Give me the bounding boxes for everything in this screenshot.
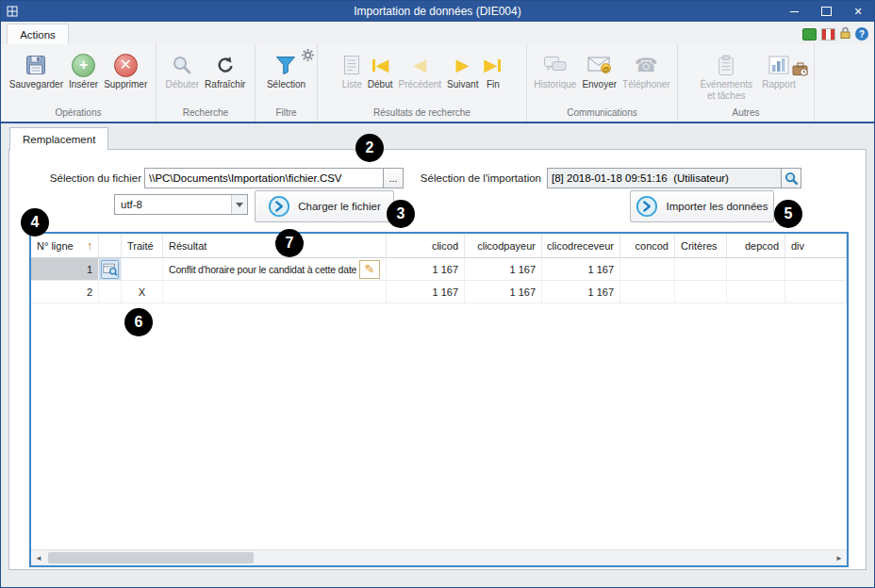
cell-criteres[interactable] bbox=[675, 281, 727, 302]
cell-concod[interactable] bbox=[620, 258, 675, 280]
column-header-clicod[interactable]: clicod bbox=[387, 234, 465, 257]
scrollbar-thumb[interactable] bbox=[48, 552, 254, 564]
app-icon bbox=[7, 6, 18, 17]
cell-depcod[interactable] bbox=[727, 281, 785, 302]
cell-depcod[interactable] bbox=[727, 258, 785, 280]
grid-header-row: N° ligne ↑ Traité Résultat clicod clicod… bbox=[31, 234, 847, 258]
svg-text:@: @ bbox=[602, 65, 609, 74]
minimize-button[interactable] bbox=[778, 1, 810, 22]
column-header-label: clicod bbox=[432, 240, 458, 252]
cell-concod[interactable] bbox=[620, 281, 675, 302]
insert-label: Insérer bbox=[69, 79, 98, 90]
next-record-button[interactable]: ▶ Suivant bbox=[444, 49, 481, 92]
column-header-clicodpayeur[interactable]: clicodpayeur bbox=[465, 234, 542, 257]
result-text: Conflit d'horaire pour le candidat à cet… bbox=[169, 264, 356, 275]
import-selection-input[interactable] bbox=[547, 168, 783, 188]
send-button[interactable]: @ Envoyer bbox=[579, 49, 619, 92]
save-button[interactable]: Sauvegarder bbox=[7, 49, 66, 92]
sort-asc-icon: ↑ bbox=[87, 239, 92, 253]
cell-resultat[interactable] bbox=[163, 281, 387, 302]
list-button[interactable]: Liste bbox=[339, 49, 365, 92]
search-icon bbox=[172, 51, 192, 79]
column-header-criteres[interactable]: Critères bbox=[675, 234, 727, 257]
tab-actions[interactable]: Actions bbox=[7, 24, 69, 44]
phone-label: Téléphoner bbox=[622, 79, 670, 90]
import-search-button[interactable] bbox=[781, 168, 801, 188]
table-row[interactable]: 1 Conflit d'horaire pour le candidat à c… bbox=[31, 258, 847, 281]
report-label: Rapport bbox=[762, 79, 796, 90]
cell-clicodreceveur[interactable]: 1 167 bbox=[542, 258, 620, 280]
horizontal-scrollbar[interactable]: ◄ ► bbox=[31, 549, 847, 565]
cell-criteres[interactable] bbox=[675, 258, 727, 280]
first-record-button[interactable]: ◀ Début bbox=[365, 49, 396, 92]
cell-clicod[interactable]: 1 167 bbox=[387, 258, 465, 280]
ribbon-group-communications: Historique @ Envoyer ☎ Téléphoner Commun… bbox=[527, 44, 678, 122]
cell-div[interactable] bbox=[785, 281, 847, 302]
cell-clicodpayeur[interactable]: 1 167 bbox=[465, 281, 542, 302]
column-header-label: clicodpayeur bbox=[477, 240, 536, 252]
ribbon-group-label: Opérations bbox=[1, 106, 156, 122]
cell-clicodpayeur[interactable]: 1 167 bbox=[465, 258, 542, 280]
help-icon[interactable]: ? bbox=[855, 27, 868, 41]
tabrow-status-icons: ? bbox=[802, 25, 868, 42]
cell-traite[interactable] bbox=[122, 258, 163, 280]
cell-ligne[interactable]: 2 bbox=[31, 281, 99, 302]
column-header-ligne[interactable]: N° ligne ↑ bbox=[31, 234, 99, 257]
previous-record-icon: ◀ bbox=[413, 51, 426, 79]
lock-icon[interactable] bbox=[840, 25, 850, 42]
encoding-select[interactable]: utf-8 bbox=[114, 194, 248, 215]
annotation-6: 6 bbox=[124, 308, 153, 336]
cell-resultat[interactable]: Conflit d'horaire pour le candidat à cet… bbox=[163, 258, 387, 280]
cell-ligne[interactable]: 1 bbox=[31, 258, 99, 280]
file-path-input[interactable] bbox=[144, 168, 385, 188]
cell-clicodreceveur[interactable]: 1 167 bbox=[542, 281, 620, 302]
last-record-button[interactable]: ▶ Fin bbox=[481, 49, 504, 92]
column-header-div[interactable]: div bbox=[785, 234, 847, 257]
list-label: Liste bbox=[342, 79, 362, 90]
load-file-button[interactable]: Charger le fichier bbox=[255, 190, 394, 222]
column-header-traite[interactable]: Traité bbox=[122, 234, 163, 257]
close-button[interactable]: ✕ bbox=[842, 1, 874, 22]
inspect-row-button[interactable] bbox=[101, 260, 119, 279]
cell-rowicon bbox=[99, 258, 122, 280]
status-green-icon[interactable] bbox=[802, 28, 817, 41]
next-record-icon: ▶ bbox=[456, 51, 470, 79]
ribbon-group-label: Recherche bbox=[157, 106, 255, 122]
go-circle-icon bbox=[268, 195, 290, 218]
column-header-depcod[interactable]: depcod bbox=[727, 234, 785, 257]
history-button[interactable]: Historique bbox=[531, 49, 579, 92]
edit-result-button[interactable]: ✎ bbox=[359, 260, 380, 279]
load-file-label: Charger le fichier bbox=[298, 201, 381, 212]
previous-record-button[interactable]: ◀ Précédent bbox=[396, 49, 445, 92]
phone-icon: ☎ bbox=[635, 51, 658, 79]
cell-clicod[interactable]: 1 167 bbox=[387, 281, 465, 302]
scroll-left-arrow[interactable]: ◄ bbox=[31, 550, 46, 565]
cell-traite[interactable]: X bbox=[122, 281, 163, 302]
import-data-button[interactable]: Importer les données bbox=[630, 190, 774, 222]
start-search-button[interactable]: Débuter bbox=[163, 49, 203, 92]
previous-record-label: Précédent bbox=[399, 79, 442, 90]
gear-icon[interactable] bbox=[302, 48, 314, 65]
delete-button[interactable]: ✕ Supprimer bbox=[101, 49, 150, 92]
refresh-button[interactable]: Rafraîchir bbox=[202, 49, 248, 92]
column-header-clicodreceveur[interactable]: clicodreceveur bbox=[542, 234, 620, 257]
maximize-button[interactable] bbox=[810, 1, 842, 22]
annotation-5: 5 bbox=[774, 200, 802, 228]
language-flag-icon[interactable] bbox=[821, 28, 835, 41]
last-record-icon: ▶ bbox=[484, 51, 502, 79]
tab-remplacement[interactable]: Remplacement bbox=[9, 127, 108, 151]
start-search-label: Débuter bbox=[166, 79, 200, 90]
browse-button[interactable]: ... bbox=[383, 168, 404, 188]
results-grid: N° ligne ↑ Traité Résultat clicod clicod… bbox=[29, 232, 849, 567]
envelope-icon: @ bbox=[587, 51, 612, 79]
cell-div[interactable] bbox=[785, 258, 847, 280]
column-header-concod[interactable]: concod bbox=[620, 234, 675, 257]
insert-button[interactable]: + Insérer bbox=[66, 49, 101, 92]
column-header-rowicon[interactable] bbox=[99, 234, 122, 257]
events-tasks-button[interactable]: Événements et tâches bbox=[693, 49, 759, 103]
phone-button[interactable]: ☎ Téléphoner bbox=[619, 49, 673, 92]
briefcase-icon[interactable] bbox=[792, 61, 809, 80]
table-row[interactable]: 2 X 1 167 1 167 1 167 bbox=[31, 281, 847, 303]
scroll-right-arrow[interactable]: ► bbox=[832, 550, 847, 565]
file-selection-label: Sélection du fichier bbox=[25, 172, 141, 186]
